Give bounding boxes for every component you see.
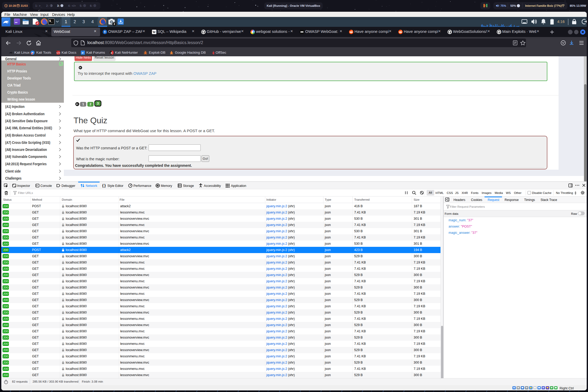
svg-text:11: 11 <box>31 53 33 54</box>
svg-text:3: 3 <box>114 23 115 26</box>
svg-text:W: W <box>153 30 156 34</box>
svg-text:</>: </> <box>56 52 60 54</box>
